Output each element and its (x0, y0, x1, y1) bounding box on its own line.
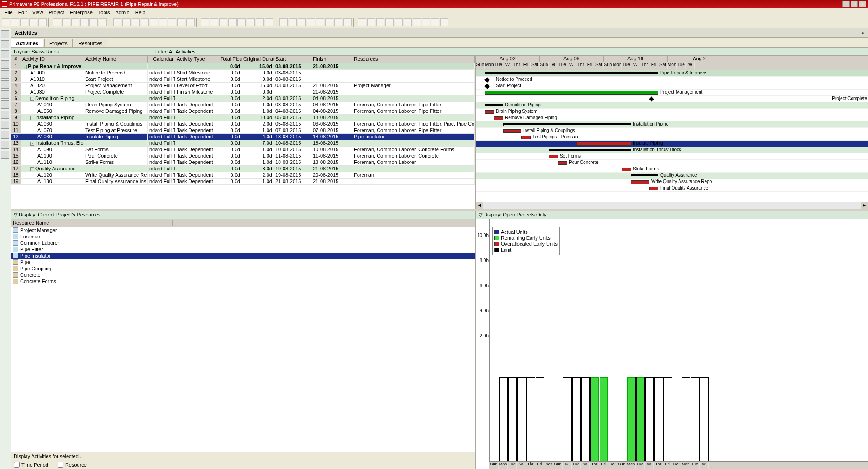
tab-activities[interactable]: Activities (11, 39, 43, 47)
gantt-bar[interactable] (503, 129, 521, 133)
toolbar-button[interactable] (247, 18, 255, 26)
toolbar-button[interactable] (256, 18, 264, 26)
activity-row[interactable]: 9-Installation Pipingndard Full Time0.0d… (11, 115, 475, 121)
resource-header[interactable]: Resource Name (11, 219, 475, 227)
scroll-left-icon[interactable]: ◄ (476, 202, 483, 209)
scroll-right-icon[interactable]: ► (861, 202, 868, 209)
activity-row[interactable]: 10A1060Install Piping & Couplingsndard F… (11, 121, 475, 127)
histogram-body[interactable]: Actual UnitsRemaining Early UnitsOverall… (476, 219, 868, 469)
activity-row[interactable]: 11A1070Test Piping at Pressurendard Full… (11, 127, 475, 134)
menu-enterprise[interactable]: Enterprise (67, 10, 95, 15)
toolbar-button[interactable] (422, 18, 430, 26)
toolbar-button[interactable] (289, 18, 297, 26)
menu-admin[interactable]: Admin (112, 10, 132, 15)
col-finish[interactable]: Finish (311, 56, 352, 63)
activity-row[interactable]: 16A1110Strike Formsndard Full TimeTask D… (11, 159, 475, 166)
gantt-bar[interactable] (485, 110, 494, 114)
activity-row[interactable]: 17-Quality Assurancendard Full Time0.0d3… (11, 166, 475, 172)
activity-row[interactable]: 2A1000Notice to Proceedndard Full TimeSt… (11, 70, 475, 76)
toolbar-button[interactable] (89, 18, 98, 26)
toolbar-button[interactable] (113, 18, 121, 26)
toolbar-button[interactable] (325, 18, 333, 26)
gantt-bar[interactable] (549, 155, 558, 158)
gantt-bar[interactable] (558, 161, 567, 165)
sidebar-button[interactable] (1, 100, 9, 109)
sidebar-button[interactable] (1, 40, 9, 48)
resource-row[interactable]: Concrete (11, 272, 475, 278)
gantt-h-scrollbar[interactable]: ◄ ► (476, 202, 868, 209)
gantt-bar[interactable] (485, 91, 658, 95)
resource-row[interactable]: Pipe Fitter (11, 246, 475, 253)
col-total-float[interactable]: Total Float (219, 56, 242, 63)
col-num[interactable]: # (11, 56, 21, 63)
sidebar-button[interactable] (1, 131, 9, 139)
gantt-timescale[interactable]: Aug 02Aug 09Aug 16Aug 2 SunMonTueWThrFri… (476, 56, 868, 70)
resource-row[interactable]: Pipe Insulator (11, 253, 475, 259)
toolbar-button[interactable] (132, 18, 140, 26)
col-activity-id[interactable]: Activity ID (21, 56, 84, 63)
toolbar-button[interactable] (334, 18, 342, 26)
activity-row[interactable]: 15A1100Pour Concretendard Full TimeTask … (11, 153, 475, 159)
toolbar-button[interactable] (177, 18, 185, 26)
sidebar-button[interactable] (1, 50, 9, 58)
gantt-chart[interactable]: Aug 02Aug 09Aug 16Aug 2 SunMonTueWThrFri… (476, 56, 868, 209)
resource-row[interactable]: Pipe Coupling (11, 265, 475, 272)
toolbar-button[interactable] (159, 18, 167, 26)
resource-row[interactable]: Common Laborer (11, 240, 475, 246)
activity-row[interactable]: 13-Installation Thrust Blockndard Full T… (11, 140, 475, 147)
gantt-bar[interactable] (631, 180, 649, 184)
toolbar-button[interactable] (53, 18, 61, 26)
col-resources[interactable]: Resources (352, 56, 475, 63)
maximize-button[interactable]: □ (851, 1, 858, 7)
toolbar-button[interactable] (404, 18, 412, 26)
toolbar-button[interactable] (343, 18, 352, 26)
toolbar-button[interactable] (376, 18, 384, 26)
minimize-button[interactable]: _ (842, 1, 850, 7)
toolbar-button[interactable] (298, 18, 306, 26)
sidebar-button[interactable] (1, 90, 9, 99)
toolbar-button[interactable] (237, 18, 246, 26)
toolbar-button[interactable] (279, 18, 288, 26)
col-start[interactable]: Start (274, 56, 311, 63)
sidebar-button[interactable] (1, 141, 9, 149)
activity-row[interactable]: 18A1120Write Quality Assurance Reportnda… (11, 172, 475, 179)
activity-row[interactable]: 3A1010Start Projectndard Full TimeStart … (11, 76, 475, 83)
activity-row[interactable]: 1-Pipe Repair & Improve0.0d15.0d03-08-20… (11, 63, 475, 70)
activity-row[interactable]: 7A1040Drain Piping Systemndard Full Time… (11, 102, 475, 108)
col-activity-type[interactable]: Activity Type (175, 56, 219, 63)
menu-view[interactable]: View (30, 10, 46, 15)
toolbar-button[interactable] (367, 18, 375, 26)
toolbar-button[interactable] (2, 18, 10, 26)
toolbar-button[interactable] (228, 18, 237, 26)
resource-row[interactable]: Foreman (11, 233, 475, 240)
toolbar-button[interactable] (20, 18, 28, 26)
tab-resources[interactable]: Resources (74, 39, 108, 47)
toolbar-button[interactable] (62, 18, 70, 26)
tab-projects[interactable]: Projects (44, 39, 73, 47)
gantt-milestone[interactable] (649, 96, 654, 101)
gantt-bar[interactable] (485, 104, 503, 106)
menu-edit[interactable]: Edit (16, 10, 30, 15)
gantt-bar[interactable] (503, 123, 631, 125)
resource-row[interactable]: Project Manager (11, 227, 475, 233)
menu-tools[interactable]: Tools (95, 10, 113, 15)
activity-row[interactable]: 14A1090Set Formsndard Full TimeTask Depe… (11, 147, 475, 153)
sidebar-button[interactable] (1, 121, 9, 129)
gantt-body[interactable]: Pipe Repair & ImproveNotice to ProceedSt… (476, 70, 868, 202)
toolbar-button[interactable] (316, 18, 324, 26)
resource-checkbox[interactable]: Resource (58, 462, 87, 468)
toolbar-button[interactable] (11, 18, 19, 26)
col-original-duration[interactable]: Original Duration (242, 56, 274, 63)
toolbar-button[interactable] (80, 18, 89, 26)
gantt-milestone[interactable] (484, 77, 489, 82)
toolbar-button[interactable] (413, 18, 421, 26)
toolbar-button[interactable] (210, 18, 218, 26)
activity-row[interactable]: 6-Demolition Pipingndard Full Time0.0d2.… (11, 95, 475, 102)
sidebar-button[interactable] (1, 111, 9, 119)
toolbar-button[interactable] (385, 18, 394, 26)
layout-filter-bar[interactable]: Layout: Swiss Rides Filter: All Activiti… (11, 48, 868, 56)
gantt-bar[interactable] (549, 149, 631, 151)
toolbar-button[interactable] (122, 18, 131, 26)
close-button[interactable]: × (859, 1, 866, 7)
sidebar-button[interactable] (1, 80, 9, 89)
